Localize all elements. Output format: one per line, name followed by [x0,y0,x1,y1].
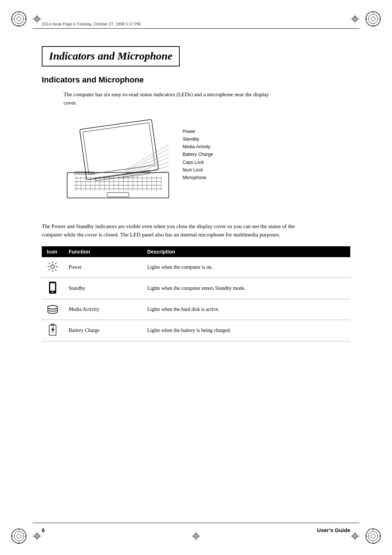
svg-line-94 [49,269,50,271]
body-paragraph: The Power and Standby indicators are vis… [42,222,314,239]
description-cell-battery: Lights when the battery is being charged… [142,320,350,341]
svg-point-75 [84,172,85,173]
icon-cell-standby [42,278,64,299]
footer-page-number: 6 [42,527,45,533]
header-rule [33,28,359,29]
section-heading: Indicators and Microphone [42,75,350,85]
description-cell-media: Lights when the hard disk is active. [142,299,350,320]
registration-mark-tr [351,15,359,23]
table-row: Media Activity Lights when the hard disk… [42,299,350,320]
title-box: Indicators and Microphone [42,46,180,66]
function-cell-battery: Battery Charge [64,320,142,341]
col-header-function: Function [64,246,142,257]
svg-point-7 [366,12,380,26]
svg-point-21 [366,529,380,543]
corner-decoration-bl [10,527,28,545]
svg-point-97 [52,291,53,293]
footer-guide-label: User's Guide [317,527,350,533]
footer-rule [33,523,359,523]
diagram-labels: Power Standby Media Activity Battery Cha… [183,128,213,182]
icon-cell-power [42,257,64,278]
function-cell-power: Power [64,257,142,278]
svg-point-15 [14,531,24,541]
registration-mark-bl [33,532,41,540]
svg-point-76 [86,172,87,173]
corner-decoration-br [364,527,382,545]
svg-point-74 [81,172,82,173]
svg-point-16 [17,534,21,538]
label-media-activity: Media Activity [183,143,213,151]
svg-point-0 [12,12,26,26]
registration-mark-br [351,532,359,540]
page-title: Indicators and Microphone [49,50,172,62]
label-microphone: Microphone [183,174,213,182]
svg-point-78 [91,172,93,173]
label-caps-lock: Caps Lock [183,159,213,166]
main-content: Indicators and Microphone Indicators and… [42,35,350,519]
svg-point-73 [79,172,80,173]
svg-point-86 [51,265,54,268]
function-cell-standby: Standby [64,278,142,299]
svg-point-72 [76,172,77,173]
registration-mark-tl [33,15,41,23]
label-num-lock: Num Lock [183,166,213,174]
function-cell-media: Media Activity [64,299,142,320]
svg-point-22 [368,531,378,541]
svg-point-8 [368,14,378,24]
registration-mark-bm [192,532,200,540]
svg-point-14 [12,529,26,543]
table-row: Standby Lights when the computer enters … [42,278,350,299]
svg-point-9 [371,17,375,21]
svg-point-77 [89,172,90,173]
standby-icon [48,281,58,294]
svg-point-2 [17,17,21,21]
svg-line-80 [125,149,169,171]
svg-line-93 [55,263,57,264]
description-cell-power: Lights when the computer is on. [142,257,350,278]
label-standby: Standby [183,135,213,143]
table-row: Power Lights when the computer is on. [42,257,350,278]
header-meta-text: 310-e.book Page 6 Tuesday, October 27, 1… [42,22,140,26]
svg-line-81 [125,153,169,173]
label-power: Power [183,128,213,135]
description-cell-standby: Lights when the computer enters Standby … [142,278,350,299]
diagram-area: Power Standby Media Activity Battery Cha… [56,116,350,212]
col-header-icon: Icon [42,246,64,257]
media-activity-icon [47,303,58,315]
intro-paragraph: The computer has six easy-to-read status… [64,90,281,108]
table-header-row: Icon Function Description [42,246,350,257]
corner-decoration-tl [10,10,28,28]
svg-line-92 [55,269,57,271]
col-header-description: Description [142,246,350,257]
icon-cell-media [42,299,64,320]
laptop-diagram [56,116,180,212]
corner-decoration-tr [364,10,382,28]
svg-rect-96 [50,283,55,291]
icon-cell-battery [42,320,64,341]
label-battery-charge: Battery Charge [183,151,213,158]
table-row: Battery Charge Lights when the battery i… [42,320,350,341]
svg-rect-103 [51,324,54,325]
page: 310-e.book Page 6 Tuesday, October 27, 1… [0,0,392,555]
battery-charge-icon [48,324,57,336]
svg-rect-44 [83,122,155,174]
svg-line-91 [49,263,50,264]
svg-rect-70 [107,193,129,197]
svg-point-23 [371,534,375,538]
power-icon [47,261,58,272]
indicators-table: Icon Function Description [42,246,350,341]
svg-point-1 [14,14,24,24]
